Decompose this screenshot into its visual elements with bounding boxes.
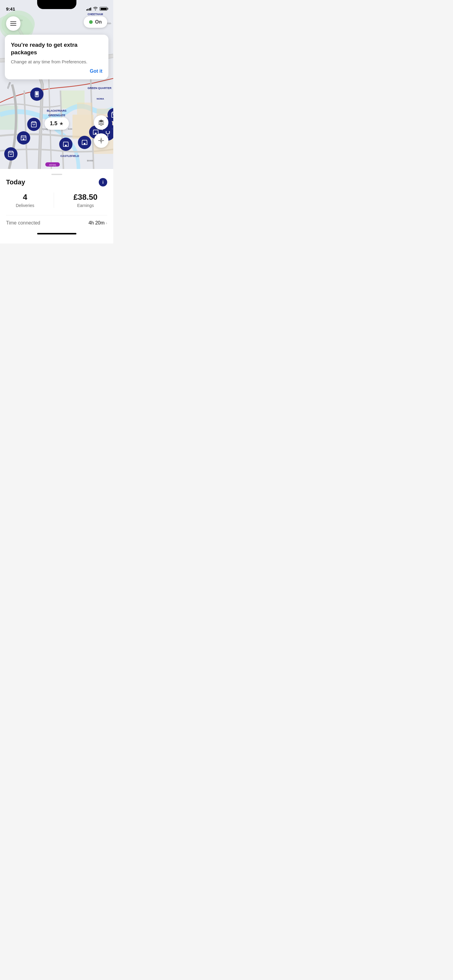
map-icon-phone-1[interactable] xyxy=(30,88,43,101)
svg-rect-31 xyxy=(36,96,38,97)
svg-text:010-: 010- xyxy=(107,22,112,24)
today-title: Today xyxy=(6,178,25,186)
earnings-label: Earnings xyxy=(73,203,97,208)
stats-row: 4 Deliveries £38.50 Earnings xyxy=(6,192,107,208)
info-button[interactable]: i xyxy=(99,178,107,186)
popup-title: You're ready to get extra packages xyxy=(11,41,102,56)
rating-badge[interactable]: 1.5 ★ xyxy=(45,118,69,130)
location-button[interactable] xyxy=(94,134,108,148)
svg-text:CASTLEFIELD: CASTLEFIELD xyxy=(61,154,79,158)
rating-value: 1.5 xyxy=(50,120,57,127)
popup-action: Got it xyxy=(11,68,102,74)
battery-fill xyxy=(100,8,107,10)
svg-rect-5 xyxy=(77,103,92,115)
time-connected-row[interactable]: Time connected 4h 20m › xyxy=(6,215,107,231)
online-label: On xyxy=(95,19,102,25)
svg-rect-44 xyxy=(65,145,67,146)
earnings-stat: £38.50 Earnings xyxy=(73,192,97,208)
stats-divider xyxy=(54,192,54,208)
status-time: 9:41 xyxy=(6,6,15,11)
svg-rect-42 xyxy=(95,133,97,135)
svg-text:A34: A34 xyxy=(68,127,72,130)
time-connected-label: Time connected xyxy=(6,220,40,226)
menu-button[interactable] xyxy=(6,16,21,31)
popup-subtitle: Change at any time from Preferences. xyxy=(11,59,102,64)
map-icon-cart-2[interactable] xyxy=(4,147,18,161)
hamburger-icon xyxy=(10,21,16,25)
map-container: GREEN QUARTER NOMA BLACKFRIARS GREENGATE… xyxy=(0,0,113,169)
svg-text:GREEN QUARTER: GREEN QUARTER xyxy=(88,87,112,90)
svg-text:NOMA: NOMA xyxy=(97,97,104,100)
notch xyxy=(37,0,77,9)
signal-icon xyxy=(86,7,91,11)
bottom-panel: Today i 4 Deliveries £38.50 Earnings Tim… xyxy=(0,169,113,243)
svg-text:GREENGATE: GREENGATE xyxy=(48,114,65,117)
svg-rect-36 xyxy=(84,143,86,145)
battery-icon xyxy=(100,7,107,11)
today-header: Today i xyxy=(6,177,107,186)
map-icon-store-5[interactable] xyxy=(59,138,72,151)
earnings-value: £38.50 xyxy=(73,192,97,202)
svg-text:BLACKFRIARS: BLACKFRIARS xyxy=(47,109,67,112)
time-connected-value: 4h 20m › xyxy=(88,220,107,226)
online-indicator xyxy=(89,20,93,24)
layers-icon xyxy=(98,119,104,126)
home-indicator xyxy=(37,233,77,234)
location-icon xyxy=(98,137,104,144)
got-it-button[interactable]: Got it xyxy=(90,68,102,74)
chevron-right-icon: › xyxy=(106,221,107,225)
wifi-icon xyxy=(93,6,98,11)
svg-text:B6469: B6469 xyxy=(87,160,93,162)
map-icon-cart-1[interactable] xyxy=(27,118,40,131)
deliveries-label: Deliveries xyxy=(16,203,34,208)
svg-rect-34 xyxy=(23,138,24,140)
deliveries-stat: 4 Deliveries xyxy=(16,192,34,208)
map-icon-store-1[interactable] xyxy=(17,131,30,145)
svg-point-45 xyxy=(100,140,102,142)
on-button[interactable]: On xyxy=(84,16,107,28)
layers-button[interactable] xyxy=(94,115,108,130)
svg-text:A57(M): A57(M) xyxy=(49,164,56,166)
popup-card: You're ready to get extra packages Chang… xyxy=(5,35,108,80)
star-icon: ★ xyxy=(59,121,64,126)
map-icon-store-2[interactable] xyxy=(78,136,91,149)
status-icons xyxy=(86,6,107,11)
svg-rect-32 xyxy=(36,92,38,95)
sheet-handle xyxy=(51,174,62,175)
deliveries-value: 4 xyxy=(16,192,34,202)
